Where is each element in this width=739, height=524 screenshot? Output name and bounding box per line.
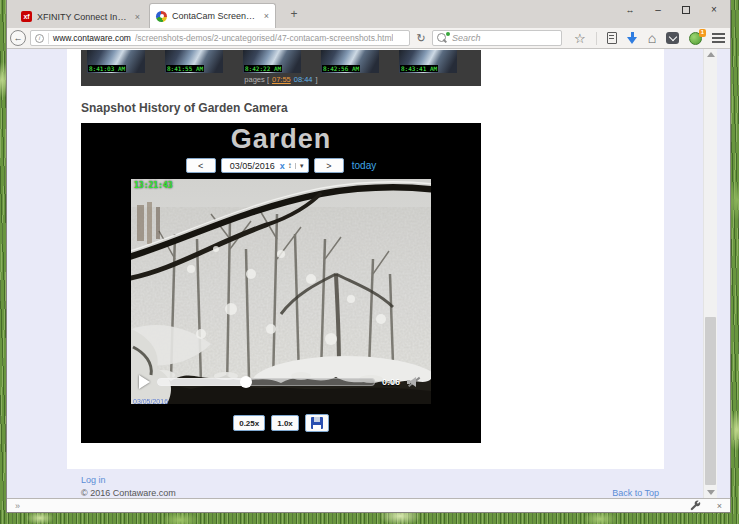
seek-bar[interactable] xyxy=(157,378,375,386)
home-icon[interactable]: ⌂ xyxy=(648,31,656,45)
camera-name: Garden xyxy=(81,123,481,155)
content-column: 8:41:03 AM 8:41:55 AM 8:42:22 AM 8:42:56… xyxy=(67,49,664,469)
extension-icon[interactable]: 1 xyxy=(689,32,702,45)
tab-label: ContaCam Screenshots xyxy=(172,11,259,21)
tab-xfinity-inbox[interactable]: xf XFINITY Connect Inbox × xyxy=(15,5,146,28)
speed-normal-button[interactable]: 1.0x xyxy=(271,415,299,431)
pages-prefix: pages [ xyxy=(244,75,269,84)
prev-day-button[interactable]: < xyxy=(186,158,216,173)
extension-badge: 1 xyxy=(699,29,706,37)
snapshot-thumbnail[interactable]: 8:41:55 AM xyxy=(165,50,223,73)
search-input[interactable] xyxy=(452,33,557,43)
bookmarks-menu-icon[interactable] xyxy=(607,32,617,44)
play-icon[interactable] xyxy=(139,375,150,389)
close-window-button[interactable]: × xyxy=(700,2,728,18)
snapshot-thumbnail[interactable]: 8:42:22 AM xyxy=(243,50,301,73)
playback-speed-row: 0.25x 1.0x xyxy=(81,414,481,432)
navigation-toolbar: ← i www.contaware.com/screenshots-demos/… xyxy=(7,28,730,49)
addon-bar: » × xyxy=(7,498,730,512)
snapshot-thumbnail[interactable]: 8:41:03 AM xyxy=(87,50,145,73)
search-box[interactable] xyxy=(432,30,562,46)
tab-contacam-screenshots[interactable]: ContaCam Screenshots × xyxy=(149,3,276,28)
minimize-button[interactable]: – xyxy=(644,2,672,18)
scroll-down-icon[interactable] xyxy=(707,490,715,495)
pages-navigation: pages [07:5508:44] xyxy=(81,75,481,84)
url-host: www.contaware.com xyxy=(53,33,131,43)
date-picker[interactable]: 03/05/2016 x ↕ ▼ xyxy=(221,158,309,173)
video-timestamp: 13:21:43 xyxy=(134,181,173,190)
thumbnail-row: 8:41:03 AM 8:41:55 AM 8:42:22 AM 8:42:56… xyxy=(81,50,481,73)
tab-strip: xf XFINITY Connect Inbox × ContaCam Scre… xyxy=(7,0,730,28)
snow-scene-image xyxy=(131,179,431,404)
date-value: 03/05/2016 xyxy=(225,161,280,171)
site-info-icon[interactable]: i xyxy=(35,34,44,43)
pocket-icon[interactable] xyxy=(666,32,679,44)
snapshot-timestamp: 8:43:41 AM xyxy=(400,65,438,72)
snapshot-timestamp: 8:41:55 AM xyxy=(166,65,204,72)
snapshot-thumbnail[interactable]: 8:42:56 AM xyxy=(321,50,379,73)
speed-quarter-button[interactable]: 0.25x xyxy=(233,415,265,431)
url-bar[interactable]: i www.contaware.com/screenshots-demos/2-… xyxy=(30,30,410,46)
window-controls: ↔ – × xyxy=(616,2,728,18)
search-icon[interactable] xyxy=(437,33,448,44)
camera-player: Garden < 03/05/2016 x ↕ ▼ > today xyxy=(81,123,481,443)
scroll-up-icon[interactable] xyxy=(707,52,715,57)
wrench-icon[interactable] xyxy=(690,500,701,511)
calendar-dropdown-icon[interactable]: ▼ xyxy=(295,163,305,169)
snapshot-timestamp: 8:42:22 AM xyxy=(244,65,282,72)
tab-label: XFINITY Connect Inbox xyxy=(37,12,130,22)
page-title: Snapshot History of Garden Camera xyxy=(81,101,288,115)
window-drag-icon[interactable]: ↔ xyxy=(616,2,644,18)
snapshot-timestamp: 8:41:03 AM xyxy=(88,65,126,72)
seek-bar-fill xyxy=(157,378,246,386)
page-footer: © 2016 Contaware.com Back to Top xyxy=(81,488,659,498)
page-viewport: 8:41:03 AM 8:41:55 AM 8:42:22 AM 8:42:56… xyxy=(7,49,730,498)
maximize-button[interactable] xyxy=(672,2,700,18)
scrollbar-thumb[interactable] xyxy=(705,317,716,485)
menu-hamburger-icon[interactable] xyxy=(712,33,725,43)
pages-suffix: ] xyxy=(316,75,318,84)
page-link[interactable]: 08:44 xyxy=(294,75,313,84)
back-to-top-link[interactable]: Back to Top xyxy=(612,488,659,498)
save-button[interactable] xyxy=(305,414,329,432)
url-separator xyxy=(48,33,49,44)
seek-bar-handle[interactable] xyxy=(240,376,252,388)
addon-overflow-chevron-icon[interactable]: » xyxy=(15,500,20,512)
snapshot-thumbnail[interactable]: 8:43:41 AM xyxy=(399,50,457,73)
url-path: /screenshots-demos/2-uncategorised/47-co… xyxy=(135,33,393,43)
vertical-scrollbar[interactable] xyxy=(703,49,717,498)
back-button[interactable]: ← xyxy=(10,30,26,46)
date-navigation: < 03/05/2016 x ↕ ▼ > today xyxy=(81,158,481,173)
video-date-link[interactable]: 03/05/2016 xyxy=(133,398,168,404)
browser-window: xf XFINITY Connect Inbox × ContaCam Scre… xyxy=(6,0,731,513)
mute-icon[interactable] xyxy=(407,376,421,388)
next-day-button[interactable]: > xyxy=(314,158,344,173)
new-tab-button[interactable]: + xyxy=(287,7,301,21)
today-link[interactable]: today xyxy=(352,160,376,171)
addon-bar-right: × xyxy=(690,500,722,512)
elapsed-time: 0:06 xyxy=(382,377,400,387)
clear-date-icon[interactable]: x xyxy=(280,161,285,171)
search-engine-dot-icon xyxy=(446,32,451,37)
tab-close-icon[interactable]: × xyxy=(264,11,269,21)
video-frame[interactable]: 13:21:43 0:06 03/05/2016 xyxy=(131,179,431,404)
date-spinner-icon[interactable]: ↕ xyxy=(288,161,292,170)
video-controls: 0:06 xyxy=(139,373,421,391)
page-link-current[interactable]: 07:55 xyxy=(272,75,291,84)
floppy-disk-icon xyxy=(311,417,323,429)
contacam-favicon-icon xyxy=(156,11,167,22)
reload-icon[interactable]: ↻ xyxy=(414,32,428,45)
toolbar-icons: ☆ ⌂ 1 xyxy=(574,31,725,45)
xfinity-favicon-icon: xf xyxy=(21,11,32,22)
mute-slash xyxy=(408,377,420,387)
snapshot-thumbnail-strip: 8:41:03 AM 8:41:55 AM 8:42:22 AM 8:42:56… xyxy=(81,50,481,86)
addon-bar-close-icon[interactable]: × xyxy=(717,500,722,512)
tab-close-icon[interactable]: × xyxy=(135,12,140,22)
snapshot-timestamp: 8:42:56 AM xyxy=(322,65,360,72)
copyright-text: © 2016 Contaware.com xyxy=(81,488,176,498)
bookmark-star-icon[interactable]: ☆ xyxy=(574,32,586,45)
login-link[interactable]: Log in xyxy=(81,475,106,485)
toolbar-separator xyxy=(596,32,597,45)
downloads-icon[interactable] xyxy=(627,32,638,45)
